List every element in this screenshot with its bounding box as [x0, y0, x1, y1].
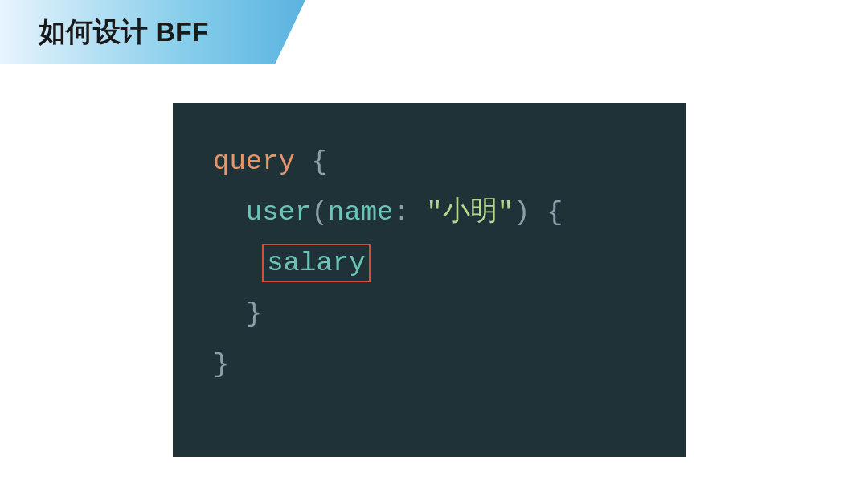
slide-header: 如何设计 BFF — [0, 0, 868, 64]
token-keyword-query: query — [213, 146, 295, 177]
code-line-3: salary — [213, 238, 645, 289]
code-line-2: user(name: "小明") { — [213, 187, 645, 238]
token-field-salary: salary — [267, 248, 365, 278]
token-field-user: user — [246, 197, 312, 228]
token-param-name: name — [328, 197, 394, 228]
token-paren-close: ) — [514, 197, 530, 228]
token-brace-open-2: { — [547, 197, 563, 228]
token-paren-open: ( — [311, 197, 327, 228]
highlight-box: salary — [262, 244, 370, 282]
code-line-4: } — [213, 289, 645, 339]
code-line-1: query { — [213, 137, 645, 187]
slide-title: 如何设计 BFF — [0, 14, 209, 51]
token-colon: : — [393, 197, 409, 228]
token-brace-close-2: } — [213, 349, 229, 380]
code-snippet: query { user(name: "小明") { salary } } — [173, 103, 686, 457]
token-brace-open: { — [311, 146, 327, 177]
token-string-value: "小明" — [426, 197, 514, 228]
token-brace-close: } — [246, 298, 262, 329]
code-line-5: } — [213, 339, 645, 390]
